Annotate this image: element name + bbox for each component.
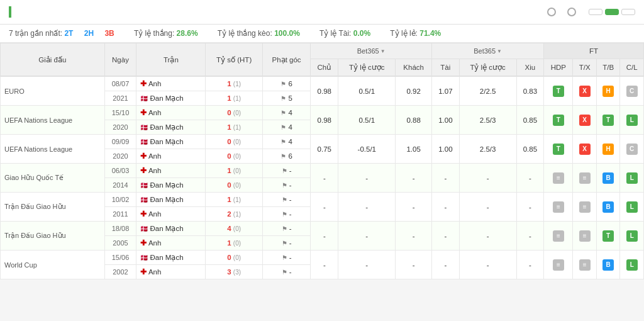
bet365-tai-dropdown[interactable]: Bet365 ▼ (474, 47, 502, 55)
ft-badge: L (626, 259, 638, 271)
ft-badge: ≡ (579, 201, 591, 213)
bet365-tai-arrow: ▼ (497, 48, 502, 54)
rate-thang: Tỷ lệ thắng: 28.6% (134, 29, 207, 38)
ft-t-cell: ≡ (544, 193, 573, 222)
col-match: Trận (136, 43, 206, 77)
tai-cell: 1.00 (432, 135, 460, 164)
score-cell-2: 0 (0) (206, 149, 263, 164)
ty-le-cuoc-cell: - (338, 251, 396, 279)
score-cell-1: 1 (1) (206, 76, 263, 91)
tai-cell: 1.07 (432, 76, 460, 106)
table-header-row-1: Giải đấu Ngày Trận Tỷ số (HT) Phạt góc B… (1, 43, 644, 59)
ft-badge: L (626, 115, 638, 126)
ft-badge: ≡ (553, 259, 564, 271)
ft-badge: H (602, 144, 614, 155)
date-cell-2: 2014 (104, 178, 136, 193)
table-row: World Cup 15/06 🇩🇰 Đan Mạch 0 (0) ⚑ - - … (1, 251, 644, 265)
bet365-arrow: ▼ (380, 48, 386, 54)
chu-cell: - (311, 193, 338, 222)
ft-badge: C (626, 86, 638, 97)
ty-le-cuoc-cell: 0.5/1 (338, 76, 396, 106)
khach-cell: - (396, 222, 432, 251)
ft-x-cell: ≡ (573, 222, 597, 251)
xiu-odds-cell: 2.5/3 (459, 135, 516, 164)
ft-cl-cell: L (620, 164, 644, 193)
score-cell-1: 0 (0) (206, 135, 263, 149)
btn-10-matches[interactable] (605, 9, 619, 15)
radio-cung-giai-dau[interactable] (567, 8, 579, 16)
xiu-cell: 0.85 (516, 135, 544, 164)
corner-cell-1: ⚑ 4 (262, 106, 310, 120)
score-cell-2: 0 (0) (206, 178, 263, 193)
stats-prefix: 7 trận gần nhất: 2T 2H 3B (9, 29, 123, 38)
xiu-odds-cell: - (459, 222, 516, 251)
ty-le-cuoc-cell: 0.5/1 (338, 106, 396, 135)
ft-badge: B (602, 201, 614, 213)
league-cell: UEFA Nations League (1, 135, 105, 164)
ft-cl-cell: L (620, 222, 644, 251)
khach-cell: 1.05 (396, 135, 432, 164)
xiu-cell: 0.85 (516, 106, 544, 135)
ft-cl-cell: C (620, 76, 644, 106)
table-row: UEFA Nations League 15/10 ✚ Anh 0 (0) ⚑ … (1, 106, 644, 120)
khach-cell: - (396, 251, 432, 279)
score-cell-1: 1 (1) (206, 193, 263, 207)
team-cell-2: 🇩🇰 Đan Mạch (136, 91, 206, 106)
date-cell-2: 2005 (104, 236, 136, 251)
date-cell-2: 2002 (104, 265, 136, 279)
team-cell-1: ✚ Anh (136, 106, 206, 120)
ft-x-cell: ≡ (573, 193, 597, 222)
ft-badge: T (553, 144, 564, 155)
filter-options (547, 8, 579, 16)
league-cell: EURO (1, 76, 105, 106)
ft-badge: T (602, 230, 614, 242)
radio-cung-chu-va-khach[interactable] (547, 8, 558, 16)
chu-cell: 0.98 (311, 76, 338, 106)
col-league: Giải đấu (1, 43, 105, 77)
bet365-dropdown[interactable]: Bet365 ▼ (357, 47, 386, 55)
khach-cell: 0.92 (396, 76, 432, 106)
ft-badge: L (626, 230, 638, 242)
ft-x-cell: ≡ (573, 251, 597, 279)
corner-cell-1: ⚑ - (262, 164, 310, 178)
score-cell-2: 1 (1) (206, 120, 263, 135)
btn-5-matches[interactable] (589, 9, 602, 15)
col-hdp: HDP (544, 59, 573, 77)
rate-tai: Tỷ lệ Tài: 0.0% (319, 29, 379, 38)
xiu-cell: - (516, 193, 544, 222)
ft-badge: X (579, 115, 591, 126)
col-date: Ngày (104, 43, 136, 77)
col-score: Tỷ số (HT) (206, 43, 263, 77)
khach-cell: 0.88 (396, 106, 432, 135)
team-cell-2: ✚ Anh (136, 236, 206, 251)
chu-cell: - (311, 164, 338, 193)
ft-badge: C (626, 144, 638, 155)
league-cell: Giao Hữu Quốc Tế (1, 164, 105, 193)
matches-table-wrap: Giải đấu Ngày Trận Tỷ số (HT) Phạt góc B… (0, 43, 644, 279)
ft-badge: ≡ (553, 172, 564, 184)
date-cell-1: 09/09 (104, 135, 136, 149)
date-cell-1: 15/10 (104, 106, 136, 120)
ft-badge: L (626, 201, 638, 213)
btn-20-matches[interactable] (621, 9, 635, 15)
ft-tb-cell: T (596, 106, 620, 135)
page-title (9, 6, 537, 18)
xiu-odds-cell: - (459, 193, 516, 222)
rate-le: Tỷ lệ lẻ: 71.4% (390, 29, 450, 38)
team-cell-1: 🇩🇰 Đan Mạch (136, 193, 206, 207)
ft-t-cell: ≡ (544, 222, 573, 251)
xiu-odds-cell: - (459, 164, 516, 193)
ft-badge: L (626, 172, 638, 184)
xiu-odds-cell: - (459, 251, 516, 279)
team-cell-1: 🇩🇰 Đan Mạch (136, 135, 206, 149)
corner-cell-1: ⚑ 6 (262, 76, 310, 91)
date-cell-2: 2020 (104, 149, 136, 164)
ft-t-cell: ≡ (544, 164, 573, 193)
chu-cell: 0.98 (311, 106, 338, 135)
wins: 2T (64, 29, 73, 38)
ft-tb-cell: H (596, 76, 620, 106)
chu-cell: - (311, 222, 338, 251)
col-tx: T/X (573, 59, 597, 77)
tai-cell: - (432, 164, 460, 193)
xiu-cell: 0.83 (516, 76, 544, 106)
